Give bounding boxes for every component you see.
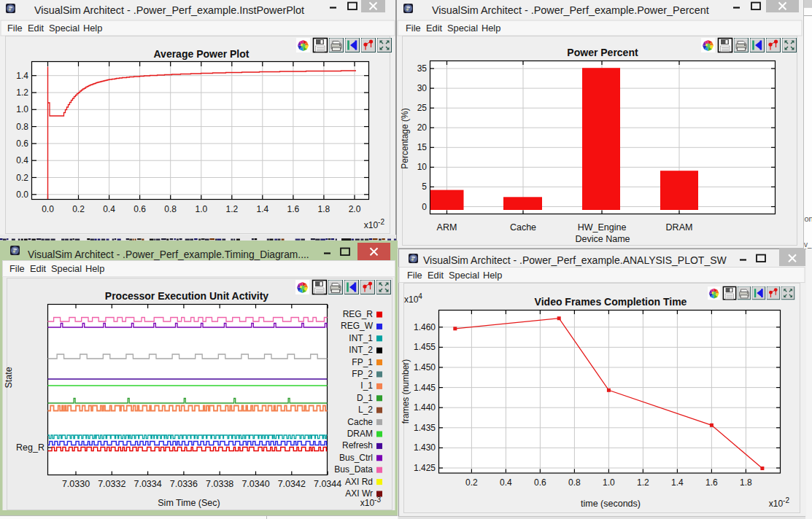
svg-text:Help: Help <box>85 263 104 274</box>
svg-text:File: File <box>9 263 25 274</box>
svg-text:time (seconds): time (seconds) <box>581 499 641 509</box>
svg-text:7.0334: 7.0334 <box>134 479 161 489</box>
svg-text:1.4: 1.4 <box>16 71 28 81</box>
svg-text:0.8: 0.8 <box>568 477 581 488</box>
svg-text:7.0336: 7.0336 <box>170 479 198 489</box>
svg-text:L_2: L_2 <box>358 405 373 415</box>
svg-text:Help: Help <box>483 270 502 281</box>
svg-text:INT_1: INT_1 <box>349 333 373 343</box>
svg-text:1.4: 1.4 <box>671 477 684 488</box>
svg-text:INT_2: INT_2 <box>349 345 373 355</box>
svg-text:30: 30 <box>417 83 428 93</box>
svg-text:Bus_Ctrl: Bus_Ctrl <box>339 453 373 463</box>
svg-text:AXI Rd: AXI Rd <box>345 477 373 487</box>
svg-text:DRAM: DRAM <box>666 222 693 233</box>
svg-text:0.2: 0.2 <box>465 477 478 488</box>
svg-text:Average Power Plot: Average Power Plot <box>154 48 250 60</box>
svg-text:1.2: 1.2 <box>16 87 28 98</box>
svg-text:5: 5 <box>422 182 427 192</box>
svg-text:25: 25 <box>417 103 428 113</box>
svg-text:Video Frames Completion Time: Video Frames Completion Time <box>535 296 687 308</box>
svg-text:ARM: ARM <box>437 222 457 233</box>
svg-text:Edit: Edit <box>428 270 444 281</box>
svg-text:Special: Special <box>49 23 80 34</box>
svg-text:2.0: 2.0 <box>349 204 361 214</box>
svg-text:0: 0 <box>422 202 427 212</box>
svg-text:1.0: 1.0 <box>195 204 207 214</box>
svg-text:VisualSim Architect - .Power_P: VisualSim Architect - .Power_Perf_exampl… <box>28 249 309 260</box>
svg-text:Help: Help <box>83 23 102 34</box>
svg-text:Percentage (%): Percentage (%) <box>400 108 410 168</box>
svg-text:File: File <box>7 23 23 34</box>
svg-text:Edit: Edit <box>30 263 46 274</box>
svg-text:I_1: I_1 <box>360 381 373 391</box>
svg-text:AXI Wr: AXI Wr <box>345 488 373 499</box>
svg-text:7.0340: 7.0340 <box>241 479 269 489</box>
svg-text:Bus_Data: Bus_Data <box>334 464 373 475</box>
svg-text:VisualSim Architect - .Power_P: VisualSim Architect - .Power_Perf_exampl… <box>423 254 727 266</box>
svg-text:frames (number): frames (number) <box>401 359 411 424</box>
svg-text:State: State <box>4 367 14 388</box>
svg-text:1.8: 1.8 <box>318 204 330 214</box>
svg-text:REG_W: REG_W <box>341 321 374 331</box>
svg-text:0.2: 0.2 <box>72 204 85 214</box>
svg-text:File: File <box>407 270 422 281</box>
svg-text:HW_Engine: HW_Engine <box>578 222 627 233</box>
svg-text:7.0338: 7.0338 <box>206 479 233 489</box>
svg-text:D_1: D_1 <box>357 393 373 403</box>
svg-text:0.4: 0.4 <box>16 155 28 165</box>
svg-text:Power Percent: Power Percent <box>567 47 638 58</box>
svg-text:1.445: 1.445 <box>414 383 436 393</box>
svg-text:0.8: 0.8 <box>164 204 177 214</box>
svg-text:0.0: 0.0 <box>16 190 28 200</box>
svg-text:Device Name: Device Name <box>575 234 630 244</box>
svg-text:REG_R: REG_R <box>343 309 374 319</box>
svg-text:1.450: 1.450 <box>414 362 436 372</box>
svg-text:Special: Special <box>51 263 82 274</box>
svg-text:Special: Special <box>447 23 478 34</box>
svg-text:FP_2: FP_2 <box>352 369 373 379</box>
svg-text:7.0342: 7.0342 <box>278 479 306 489</box>
svg-text:7.0332: 7.0332 <box>98 479 125 489</box>
svg-text:1.435: 1.435 <box>414 423 436 433</box>
svg-text:15: 15 <box>417 142 428 152</box>
svg-text:0.6: 0.6 <box>16 138 28 149</box>
svg-text:20: 20 <box>417 122 428 133</box>
svg-text:Refresh: Refresh <box>342 440 373 450</box>
svg-text:10: 10 <box>417 162 428 172</box>
svg-text:1.2: 1.2 <box>225 204 238 214</box>
svg-text:Reg_R: Reg_R <box>16 442 45 453</box>
svg-text:Edit: Edit <box>426 23 442 34</box>
svg-text:7.0344: 7.0344 <box>314 479 341 489</box>
svg-text:Special: Special <box>449 270 479 281</box>
svg-text:7.0330: 7.0330 <box>62 479 90 489</box>
svg-text:1.455: 1.455 <box>414 342 436 352</box>
svg-text:Processor Execution Unit Activ: Processor Execution Unit Activity <box>105 290 269 302</box>
svg-text:Sim Time (Sec): Sim Time (Sec) <box>158 498 220 508</box>
svg-text:0.4: 0.4 <box>500 477 512 488</box>
svg-text:1.8: 1.8 <box>740 477 752 488</box>
svg-text:1.440: 1.440 <box>414 402 436 413</box>
svg-text:1.6: 1.6 <box>705 477 718 488</box>
svg-text:File: File <box>406 23 421 34</box>
svg-text:0.2: 0.2 <box>16 173 28 183</box>
svg-text:1.460: 1.460 <box>414 322 436 332</box>
svg-text:0.4: 0.4 <box>103 204 115 214</box>
svg-text:Help: Help <box>482 23 500 34</box>
svg-text:Edit: Edit <box>28 23 44 34</box>
svg-text:1.6: 1.6 <box>287 204 300 214</box>
svg-text:Cache: Cache <box>347 417 373 427</box>
svg-text:Cache: Cache <box>510 222 536 233</box>
svg-text:0.8: 0.8 <box>16 122 28 132</box>
svg-text:1.425: 1.425 <box>414 463 436 473</box>
svg-text:FP_1: FP_1 <box>352 357 373 367</box>
svg-text:VisualSim Architect - .Power_P: VisualSim Architect - .Power_Perf_exampl… <box>34 4 304 16</box>
svg-text:1.0: 1.0 <box>16 104 28 114</box>
svg-text:1.0: 1.0 <box>603 477 615 488</box>
svg-text:VisualSim Architect - .Power_P: VisualSim Architect - .Power_Perf_exampl… <box>432 4 709 16</box>
svg-text:0.6: 0.6 <box>134 204 146 214</box>
svg-text:1.2: 1.2 <box>637 477 649 488</box>
svg-text:35: 35 <box>417 63 428 74</box>
svg-text:1.4: 1.4 <box>256 204 268 214</box>
svg-text:0.0: 0.0 <box>42 204 54 214</box>
